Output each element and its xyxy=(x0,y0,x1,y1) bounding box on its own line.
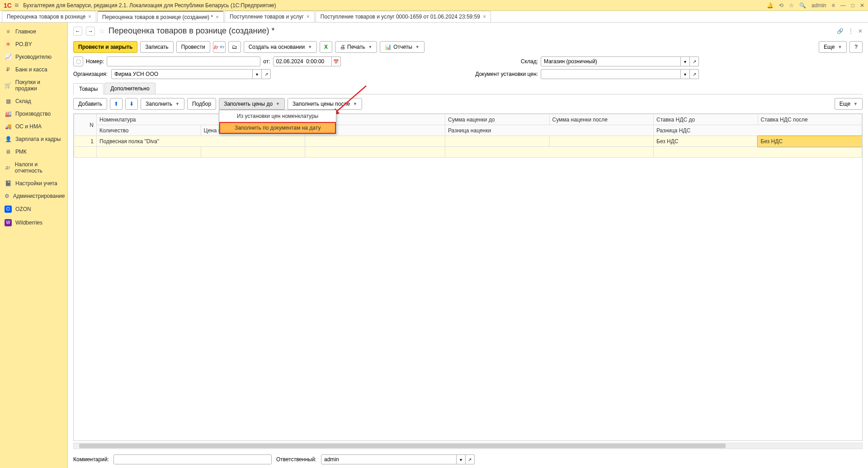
col-markup-before[interactable]: Сумма наценки до xyxy=(445,114,550,125)
settings-icon[interactable]: ≡ xyxy=(832,2,835,9)
sidebar-item-ozon[interactable]: OOZON xyxy=(0,202,67,216)
tab-0[interactable]: Переоценка товаров в рознице× xyxy=(2,11,96,22)
restore-icon[interactable]: □ xyxy=(851,2,854,9)
dropdown-icon[interactable]: ▾ xyxy=(457,454,466,464)
comment-input[interactable] xyxy=(113,454,272,464)
org-input[interactable] xyxy=(111,69,253,79)
sidebar-item-sales[interactable]: 🛒Покупки и продажи xyxy=(0,76,67,95)
menu-item-by-docs-date[interactable]: Заполнить по документам на дату xyxy=(219,122,336,134)
dropdown-icon[interactable]: ▾ xyxy=(253,69,262,79)
scrollbar-thumb[interactable] xyxy=(79,444,726,448)
star-icon[interactable]: ☆ xyxy=(789,2,794,9)
cell-n[interactable]: 1 xyxy=(74,136,97,147)
search-icon[interactable]: 🔍 xyxy=(799,2,806,9)
link-icon[interactable]: 🔗 xyxy=(837,28,844,34)
col-vat-before[interactable]: Ставка НДС до xyxy=(654,114,758,125)
dropdown-icon[interactable]: ▾ xyxy=(681,56,690,66)
dropdown-icon[interactable]: ▾ xyxy=(681,69,690,79)
bell-icon[interactable]: 🔔 xyxy=(767,2,774,9)
resp-input[interactable] xyxy=(321,454,457,464)
sidebar-item-assets[interactable]: 🚚ОС и НМА xyxy=(0,120,67,133)
col-markup-diff[interactable]: Разница наценки xyxy=(445,125,654,136)
user-name[interactable]: admin xyxy=(811,2,826,9)
col-vat-diff[interactable]: Разница НДС xyxy=(654,125,862,136)
post-button[interactable]: Провести xyxy=(176,41,210,53)
open-icon[interactable]: ↗ xyxy=(262,69,271,79)
cell-vat-before[interactable]: Без НДС xyxy=(654,136,758,147)
move-down-button[interactable]: ⬇ xyxy=(125,98,138,110)
horizontal-scrollbar[interactable] xyxy=(73,443,863,449)
back-button[interactable]: ← xyxy=(73,27,82,36)
number-input[interactable] xyxy=(107,56,260,66)
close-page-icon[interactable]: ✕ xyxy=(858,28,863,34)
date-input[interactable] xyxy=(273,56,332,66)
col-vat-after[interactable]: Ставка НДС после xyxy=(758,114,862,125)
sidebar-item-pos[interactable]: 🖥РМК xyxy=(0,145,67,158)
dtkt-button[interactable]: ДтКт xyxy=(213,41,226,53)
history-icon[interactable]: ⟲ xyxy=(779,2,783,9)
move-up-button[interactable]: ⬆ xyxy=(110,98,123,110)
tab-goods[interactable]: Товары xyxy=(73,83,104,94)
cell-hidden[interactable] xyxy=(305,136,445,147)
print-button[interactable]: 🖨 Печать▼ xyxy=(335,41,377,53)
minimize-icon[interactable]: — xyxy=(840,2,846,9)
sidebar-item-manager[interactable]: 📈Руководителю xyxy=(0,51,67,63)
pick-button[interactable]: Подбор xyxy=(187,98,216,110)
create-based-button[interactable]: Создать на основании▼ xyxy=(244,41,317,53)
cell-markup-before[interactable] xyxy=(445,136,550,147)
save-button[interactable]: Записать xyxy=(140,41,173,53)
open-icon[interactable]: ↗ xyxy=(690,69,699,79)
close-window-icon[interactable]: ✕ xyxy=(860,2,864,9)
favorite-icon[interactable]: ☆ xyxy=(99,27,105,35)
fill-button[interactable]: Заполнить▼ xyxy=(141,98,184,110)
sidebar-item-tax[interactable]: ДтНалоги и отчетность xyxy=(0,158,67,177)
col-markup-after[interactable]: Сумма наценки после xyxy=(549,114,654,125)
add-button[interactable]: Добавить xyxy=(73,98,107,110)
tab-3[interactable]: Поступление товаров и услуг 0000-1659 от… xyxy=(316,11,491,22)
table-row-sub[interactable] xyxy=(74,147,862,158)
tab-2[interactable]: Поступление товаров и услуг× xyxy=(225,11,315,22)
excel-button[interactable]: X xyxy=(320,41,332,53)
close-icon[interactable]: × xyxy=(307,14,310,20)
sidebar-item-poby[interactable]: ✳PO.BY xyxy=(0,38,67,51)
burger-icon[interactable]: ≡ xyxy=(14,1,19,9)
footer: Комментарий: Ответственный: ▾ ↗ xyxy=(68,451,868,468)
sidebar-item-main[interactable]: ≡Главное xyxy=(0,25,67,38)
sidebar-item-production[interactable]: 🏭Производство xyxy=(0,108,67,120)
table-more-button[interactable]: Еще▼ xyxy=(835,98,863,110)
tab-1[interactable]: Переоценка товаров в рознице (создание) … xyxy=(97,11,224,22)
pricedoc-input[interactable] xyxy=(541,69,681,79)
structure-button[interactable]: 🗂 xyxy=(228,41,241,53)
fill-before-button[interactable]: Заполнить цены до▼ xyxy=(219,98,285,110)
forward-button[interactable]: → xyxy=(86,27,95,36)
post-close-button[interactable]: Провести и закрыть xyxy=(73,41,137,53)
sidebar-item-salary[interactable]: 👤Зарплата и кадры xyxy=(0,133,67,145)
table-row[interactable]: 1 Подвесная полка "Diva" Без НДС Без НДС xyxy=(74,136,862,147)
close-icon[interactable]: × xyxy=(483,14,486,20)
sidebar-item-accounting[interactable]: 📓Настройки учета xyxy=(0,177,67,190)
sidebar-item-admin[interactable]: ⚙Администрирование xyxy=(0,190,67,202)
sidebar-item-bank[interactable]: ₽Банк и касса xyxy=(0,63,67,76)
app-header: 1C ≡ Бухгалтерия для Беларуси, редакция … xyxy=(0,0,868,11)
grid-icon: ▦ xyxy=(5,98,12,104)
col-qty[interactable]: Количество xyxy=(97,125,201,136)
sidebar-item-warehouse[interactable]: ▦Склад xyxy=(0,95,67,108)
more-button[interactable]: Еще▼ xyxy=(819,41,847,53)
cell-vat-after[interactable]: Без НДС xyxy=(758,136,862,147)
calendar-icon[interactable]: 📅 xyxy=(332,56,341,66)
menu-item-from-prices[interactable]: Из установки цен номенклатуры xyxy=(219,110,336,122)
warehouse-input[interactable] xyxy=(541,56,681,66)
cell-nomen[interactable]: Подвесная полка "Diva" xyxy=(97,136,305,147)
kebab-icon[interactable]: ⋮ xyxy=(848,28,854,34)
open-icon[interactable]: ↗ xyxy=(690,56,699,66)
close-icon[interactable]: × xyxy=(216,14,219,20)
open-icon[interactable]: ↗ xyxy=(466,454,475,464)
reports-button[interactable]: 📊 Отчеты▼ xyxy=(380,41,424,53)
sidebar-item-wb[interactable]: WWildberries xyxy=(0,216,67,229)
tab-extra[interactable]: Дополнительно xyxy=(104,83,155,94)
help-button[interactable]: ? xyxy=(849,41,863,53)
close-icon[interactable]: × xyxy=(88,14,91,20)
col-n[interactable]: N xyxy=(74,114,97,136)
cell-markup-after[interactable] xyxy=(549,136,654,147)
fill-after-button[interactable]: Заполнить цены после▼ xyxy=(288,98,362,110)
